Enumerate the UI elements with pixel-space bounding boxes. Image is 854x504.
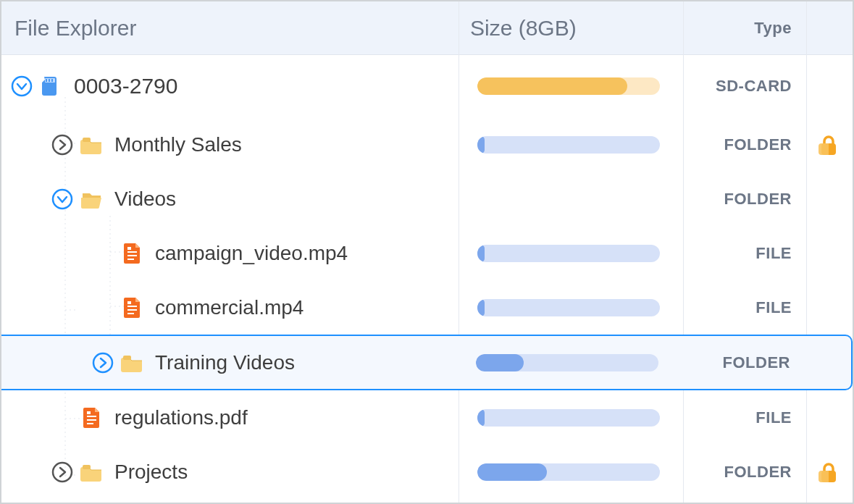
tree-row-monthly-sales[interactable]: Monthly Sales FOLDER [1, 117, 853, 172]
row-type: FILE [682, 408, 805, 427]
row-label: Training Videos [155, 351, 295, 374]
column-header-type[interactable]: Type [682, 19, 805, 38]
folder-icon [120, 350, 145, 375]
tree-row-campaign-video[interactable]: campaign_video.mp4 FILE [1, 226, 853, 280]
size-bar [476, 354, 658, 371]
size-bar [477, 463, 660, 481]
toggle-expand[interactable] [10, 75, 33, 98]
tree-row-training-videos[interactable]: Training Videos FOLDER [1, 335, 853, 390]
row-label: Monthly Sales [114, 133, 242, 156]
folder-open-icon [80, 187, 104, 211]
toggle-expand[interactable] [51, 133, 74, 156]
row-type: FILE [682, 244, 805, 263]
row-type: FOLDER [682, 135, 805, 154]
chevron-right-icon [91, 351, 114, 374]
lock-icon [817, 133, 840, 156]
toggle-expand[interactable] [91, 351, 114, 374]
size-bar [477, 409, 660, 427]
chevron-down-icon [51, 188, 74, 211]
tree-row-videos[interactable]: Videos FOLDER [1, 172, 853, 226]
size-bar [477, 245, 660, 262]
file-explorer-window: File Explorer Size (8GB) Type 0003-2790 [0, 0, 854, 504]
tree-row-commercial[interactable]: commercial.mp4 FILE [1, 280, 853, 335]
column-header-name[interactable]: File Explorer [1, 16, 457, 41]
size-bar [477, 136, 660, 154]
lock-icon [817, 461, 840, 484]
tree-row-regulations[interactable]: regulations.pdf FILE [1, 390, 853, 445]
file-icon [120, 295, 145, 320]
row-type: FOLDER [682, 190, 805, 209]
column-header-size[interactable]: Size (8GB) [457, 16, 682, 41]
toggle-expand[interactable] [51, 461, 74, 484]
row-label: 0003-2790 [74, 74, 177, 98]
row-label: campaign_video.mp4 [155, 242, 348, 265]
file-icon [120, 241, 145, 266]
row-label: Videos [114, 188, 176, 211]
row-label: Projects [114, 461, 188, 484]
chevron-right-icon [51, 461, 74, 484]
row-type: FOLDER [682, 463, 805, 482]
folder-icon [80, 460, 104, 484]
size-bar [477, 299, 660, 316]
file-icon [80, 406, 104, 430]
column-header-row: File Explorer Size (8GB) Type [1, 1, 853, 55]
folder-icon [80, 133, 104, 157]
chevron-down-icon [10, 75, 33, 98]
row-type: SD-CARD [682, 77, 805, 96]
row-type: FOLDER [680, 353, 803, 372]
row-type: FILE [682, 298, 805, 317]
tree-row-projects[interactable]: Projects FOLDER [1, 445, 853, 499]
tree-row-root[interactable]: 0003-2790 SD-CARD [1, 55, 853, 117]
size-bar [477, 77, 660, 95]
sd-card-icon [39, 74, 64, 98]
row-label: regulations.pdf [114, 406, 248, 429]
toggle-expand[interactable] [51, 188, 74, 211]
chevron-right-icon [51, 133, 74, 156]
row-label: commercial.mp4 [155, 296, 303, 319]
